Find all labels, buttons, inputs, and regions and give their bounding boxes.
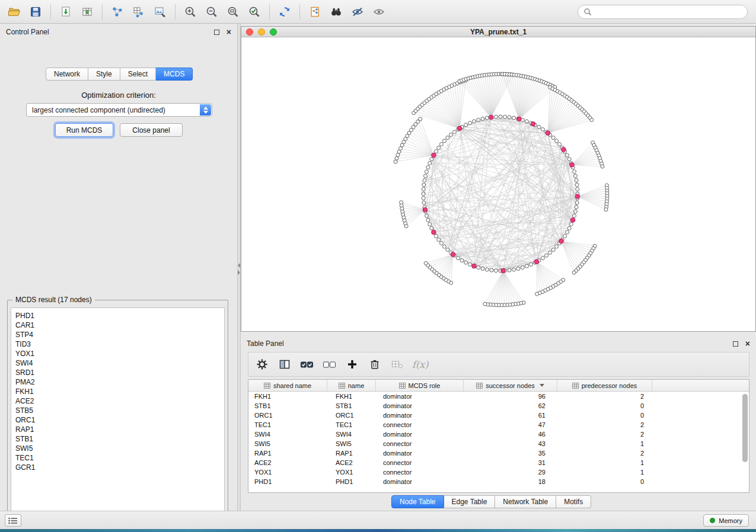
graph-node[interactable]	[516, 267, 520, 270]
graph-node[interactable]	[424, 261, 428, 265]
table-scrollbar[interactable]	[742, 394, 748, 489]
graph-hub-node[interactable]	[575, 194, 580, 199]
graph-node[interactable]	[576, 187, 579, 191]
graph-hub-node[interactable]	[546, 131, 550, 136]
graph-node[interactable]	[425, 214, 428, 217]
graph-node[interactable]	[439, 142, 443, 146]
graph-node[interactable]	[601, 165, 604, 168]
graph-node[interactable]	[490, 268, 493, 272]
graph-node[interactable]	[473, 120, 476, 123]
graph-node[interactable]	[422, 192, 425, 196]
graph-node[interactable]	[460, 259, 464, 262]
graph-node[interactable]	[430, 226, 433, 230]
graph-node[interactable]	[529, 262, 532, 266]
mcds-result-item[interactable]: TID3	[15, 339, 224, 349]
graph-node[interactable]	[569, 222, 573, 226]
tab-mcds[interactable]: MCDS	[156, 68, 193, 81]
table-row[interactable]: STB1STB1dominator620	[248, 401, 749, 411]
mcds-result-item[interactable]: STB5	[15, 406, 224, 415]
graph-node[interactable]	[442, 245, 446, 248]
refresh-layout-icon[interactable]	[274, 3, 295, 21]
graph-node[interactable]	[481, 117, 484, 121]
graph-node[interactable]	[555, 245, 559, 248]
graph-node[interactable]	[573, 170, 576, 174]
graph-node[interactable]	[566, 153, 569, 157]
graph-node[interactable]	[512, 268, 516, 271]
graph-node[interactable]	[499, 115, 502, 118]
network-window-titlebar[interactable]: YPA_prune.txt_1	[241, 27, 755, 37]
graph-node[interactable]	[541, 127, 544, 131]
mcds-result-item[interactable]: CAR1	[15, 321, 224, 330]
graph-node[interactable]	[508, 116, 511, 119]
window-close-icon[interactable]	[246, 28, 253, 36]
search-field[interactable]	[578, 5, 748, 19]
graph-node[interactable]	[422, 201, 426, 204]
graph-hub-node[interactable]	[559, 239, 564, 243]
graph-node[interactable]	[508, 268, 511, 272]
import-network-icon[interactable]	[55, 3, 76, 21]
mcds-result-item[interactable]: GCR1	[15, 463, 224, 472]
table-row[interactable]: SWI4SWI4dominator462	[248, 430, 749, 439]
graph-node[interactable]	[428, 222, 432, 226]
window-maximize-icon[interactable]	[270, 28, 277, 36]
splitter-collapse-right-icon[interactable]	[238, 270, 240, 275]
add-column-icon[interactable]	[344, 357, 360, 372]
graph-node[interactable]	[425, 170, 428, 174]
mcds-result-item[interactable]: SWI4	[15, 358, 224, 368]
graph-node[interactable]	[535, 292, 539, 296]
graph-hub-node[interactable]	[432, 230, 436, 235]
graph-hub-node[interactable]	[472, 264, 477, 268]
graph-node[interactable]	[426, 166, 430, 169]
window-minimize-icon[interactable]	[258, 28, 265, 36]
graph-node[interactable]	[449, 133, 452, 136]
graph-hub-node[interactable]	[517, 117, 522, 121]
show-details-icon[interactable]	[368, 3, 390, 21]
mcds-result-item[interactable]: ORC1	[15, 415, 224, 425]
network-from-table-icon[interactable]	[128, 3, 149, 21]
table-row[interactable]: PHD1PHD1dominator180	[248, 477, 749, 486]
graph-node[interactable]	[464, 261, 468, 264]
graph-node[interactable]	[477, 266, 480, 270]
graph-node[interactable]	[468, 121, 472, 125]
show-columns-icon[interactable]	[277, 357, 292, 372]
float-table-panel-icon[interactable]	[733, 341, 738, 347]
graph-node[interactable]	[434, 150, 438, 153]
graph-node[interactable]	[575, 178, 578, 182]
graph-node[interactable]	[567, 158, 571, 161]
tab-style[interactable]: Style	[88, 68, 120, 81]
graph-node[interactable]	[422, 183, 426, 187]
graph-node[interactable]	[575, 206, 578, 209]
mcds-result-item[interactable]: YOX1	[15, 349, 224, 358]
graph-node[interactable]	[558, 142, 562, 146]
graph-node[interactable]	[566, 230, 569, 234]
table-row[interactable]: ORC1ORC1dominator610	[248, 411, 749, 420]
graph-hub-node[interactable]	[457, 126, 462, 131]
graph-node[interactable]	[563, 234, 567, 238]
zoom-out-icon[interactable]	[201, 3, 222, 21]
graph-node[interactable]	[457, 257, 460, 260]
save-session-icon[interactable]	[25, 3, 46, 21]
graph-node[interactable]	[575, 183, 579, 187]
mcds-result-item[interactable]: TEC1	[15, 453, 224, 463]
mcds-result-item[interactable]: STB1	[15, 434, 224, 444]
graph-node[interactable]	[551, 248, 555, 252]
graph-node[interactable]	[485, 268, 489, 271]
graph-node[interactable]	[494, 269, 497, 273]
network-canvas[interactable]	[241, 37, 755, 331]
graph-node[interactable]	[423, 178, 426, 182]
graph-node[interactable]	[422, 187, 425, 191]
graph-node[interactable]	[545, 254, 548, 257]
graph-node[interactable]	[551, 136, 555, 139]
deselect-all-rows-icon[interactable]	[322, 357, 337, 372]
graph-node[interactable]	[573, 174, 577, 178]
mcds-result-item[interactable]: ACE2	[15, 396, 224, 406]
graph-node[interactable]	[525, 120, 528, 123]
splitter-collapse-left-icon[interactable]	[238, 263, 240, 268]
graph-hub-node[interactable]	[570, 163, 575, 168]
graph-node[interactable]	[590, 118, 594, 121]
mcds-result-item[interactable]: PHD1	[15, 311, 224, 321]
graph-node[interactable]	[483, 302, 487, 306]
delete-column-icon[interactable]	[367, 357, 382, 372]
table-row[interactable]: FKH1FKH1dominator962	[248, 392, 749, 401]
memory-button[interactable]: Memory	[703, 514, 749, 527]
